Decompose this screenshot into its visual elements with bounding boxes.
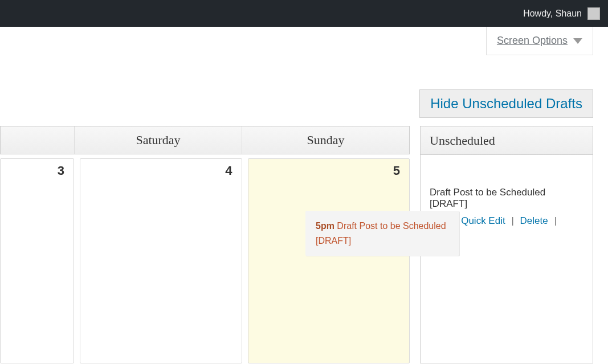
draft-title: Draft Post to be Scheduled [DRAFT] [430, 187, 583, 210]
event-title: Draft Post to be Scheduled [DRAFT] [316, 221, 446, 246]
chevron-down-icon [573, 38, 582, 44]
screen-options-label: Screen Options [497, 35, 568, 47]
quick-edit-link[interactable]: Quick Edit [461, 215, 505, 226]
admin-greeting[interactable]: Howdy, Shaun [523, 9, 582, 19]
cells-row: 3 4 5 [0, 158, 410, 363]
cell-date: 5 [393, 163, 400, 178]
unscheduled-header: Unscheduled [421, 126, 593, 155]
cell-date: 3 [58, 163, 64, 178]
day-header-sunday: Sunday [242, 126, 409, 154]
calendar-cell[interactable]: 3 [0, 158, 74, 363]
day-headers: Saturday Sunday [0, 126, 410, 154]
delete-link[interactable]: Delete [520, 215, 548, 226]
actions-row: Hide Unscheduled Drafts [0, 89, 608, 118]
cell-date: 4 [225, 163, 232, 178]
day-header-partial [1, 126, 75, 154]
avatar[interactable] [587, 7, 600, 20]
day-header-saturday: Saturday [75, 126, 242, 154]
event-chip[interactable]: 5pm Draft Post to be Scheduled [DRAFT] [305, 211, 459, 256]
separator: | [511, 215, 513, 226]
admin-bar: Howdy, Shaun [0, 0, 608, 27]
content: Saturday Sunday 3 4 5 Unscheduled Draft … [0, 126, 608, 363]
screen-options-toggle[interactable]: Screen Options [486, 27, 593, 55]
calendar-cell[interactable]: 5 [248, 158, 410, 363]
hide-unscheduled-drafts-button[interactable]: Hide Unscheduled Drafts [419, 89, 593, 118]
event-time: 5pm [316, 221, 334, 231]
calendar-cell[interactable]: 4 [80, 158, 242, 363]
separator: | [554, 215, 556, 226]
screen-options-row: Screen Options [0, 27, 608, 55]
